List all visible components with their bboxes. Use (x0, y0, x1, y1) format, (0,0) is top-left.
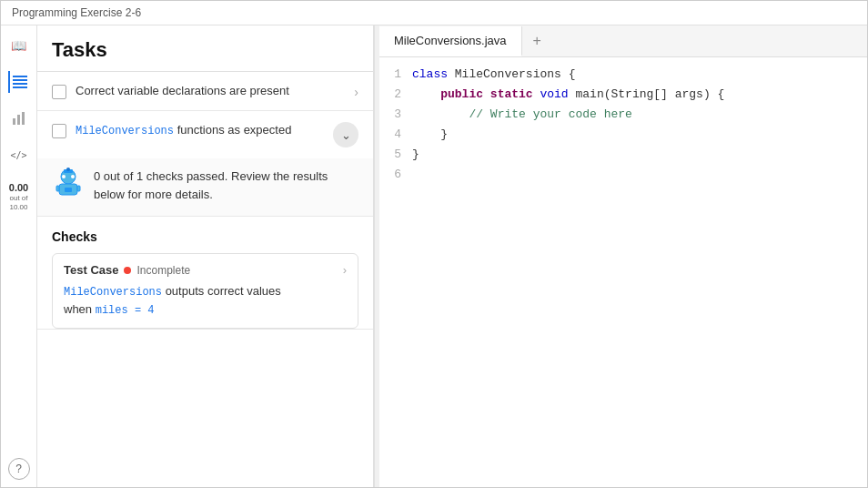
svg-point-15 (66, 168, 70, 171)
tasks-title: Tasks (52, 38, 358, 62)
tab-filename: MileConversions.java (394, 34, 507, 47)
score-total: 10.00 (9, 203, 27, 212)
title-bar: Programming Exercise 2-6 (1, 1, 867, 25)
main-layout: 📖 </> 0.00 out of 10. (1, 25, 867, 487)
tasks-header: Tasks (37, 25, 373, 72)
code-line-5: } (412, 145, 724, 165)
editor-tab-mileconversions[interactable]: MileConversions.java (379, 26, 522, 56)
code-line-1: class MileConversions { (412, 65, 724, 85)
line-num-2: 2 (390, 85, 401, 105)
help-button[interactable]: ? (8, 458, 30, 480)
robot-icon (52, 168, 85, 200)
code-line-6 (412, 165, 724, 185)
sidebar-icons: 📖 </> 0.00 out of 10. (1, 25, 37, 487)
chart-icon[interactable] (8, 107, 30, 129)
svg-rect-6 (22, 112, 25, 125)
code-area: 1 2 3 4 5 6 class MileConversions { publ… (379, 57, 867, 193)
check-card[interactable]: Test Case Incomplete › MileConversions o… (52, 253, 358, 329)
editor-tabs: MileConversions.java + (379, 25, 867, 57)
svg-rect-4 (13, 118, 15, 125)
tab-add-button[interactable]: + (522, 25, 552, 56)
editor-panel: MileConversions.java + 1 2 3 4 5 6 (379, 25, 867, 487)
task-item-1[interactable]: Correct variable declarations are presen… (37, 72, 373, 111)
score-area: 0.00 out of 10.00 (9, 182, 28, 211)
task-label-part: functions as expected (174, 123, 291, 137)
editor-content[interactable]: 1 2 3 4 5 6 class MileConversions { publ… (379, 57, 867, 487)
score-sub: out of (9, 194, 27, 203)
checks-section: Checks Test Case Incomplete › MileConver… (37, 217, 373, 329)
app-container: Programming Exercise 2-6 📖 < (0, 0, 868, 488)
check-card-body: MileConversions outputs correct values w… (64, 282, 347, 319)
task-checkbox-2[interactable] (52, 124, 66, 138)
score-main: 0.00 (9, 182, 28, 194)
status-dot (124, 267, 131, 274)
tab-add-icon: + (533, 33, 541, 48)
svg-rect-11 (65, 188, 72, 192)
check-card-header: Test Case Incomplete › (64, 263, 347, 277)
code-line-2: public static void main(String[] args) { (412, 85, 724, 105)
task-arrow-1: › (354, 85, 358, 99)
check-result-text: 0 out of 1 checks passed. Review the res… (94, 168, 358, 203)
task-expanded-body: 0 out of 1 checks passed. Review the res… (37, 158, 373, 217)
code-line-3: // Write your code here (412, 105, 724, 125)
line-num-6: 6 (390, 165, 401, 185)
svg-point-9 (62, 175, 66, 178)
code-lines: class MileConversions { public static vo… (412, 65, 739, 186)
check-body-text: outputs correct values (162, 284, 281, 298)
check-card-arrow: › (343, 263, 347, 277)
status-label: Incomplete (136, 264, 190, 277)
line-num-1: 1 (390, 65, 401, 85)
line-num-3: 3 (390, 105, 401, 125)
check-code-when: miles = 4 (96, 304, 155, 317)
task-code-part: MileConversions (76, 125, 174, 137)
check-when-text: when (64, 302, 96, 316)
task-label-1: Correct variable declarations are presen… (76, 83, 345, 99)
title-text: Programming Exercise 2-6 (12, 6, 141, 19)
checks-title: Checks (52, 229, 358, 244)
check-code-part: MileConversions (64, 286, 162, 299)
tasks-panel: Tasks Correct variable declarations are … (37, 25, 374, 487)
check-card-title: Test Case (64, 263, 118, 277)
robot-row: 0 out of 1 checks passed. Review the res… (52, 168, 358, 203)
book-icon[interactable]: 📖 (8, 35, 30, 56)
svg-point-10 (71, 175, 75, 178)
list-icon[interactable] (8, 71, 30, 93)
line-numbers: 1 2 3 4 5 6 (379, 65, 412, 186)
svg-rect-5 (17, 115, 20, 125)
task-item-2-header[interactable]: MileConversions functions as expected ⌄ (37, 111, 373, 158)
svg-rect-13 (77, 186, 80, 191)
code-line-4: } (412, 125, 724, 145)
task-item-2: MileConversions functions as expected ⌄ (37, 111, 373, 330)
task-checkbox-1[interactable] (52, 85, 66, 99)
code-icon[interactable]: </> (8, 144, 30, 166)
line-num-5: 5 (390, 145, 401, 165)
task-label-2: MileConversions functions as expected (76, 122, 324, 139)
line-num-4: 4 (390, 125, 401, 145)
tasks-list: Correct variable declarations are presen… (37, 72, 373, 487)
task-expand-button[interactable]: ⌄ (333, 122, 358, 147)
svg-rect-12 (56, 186, 59, 191)
